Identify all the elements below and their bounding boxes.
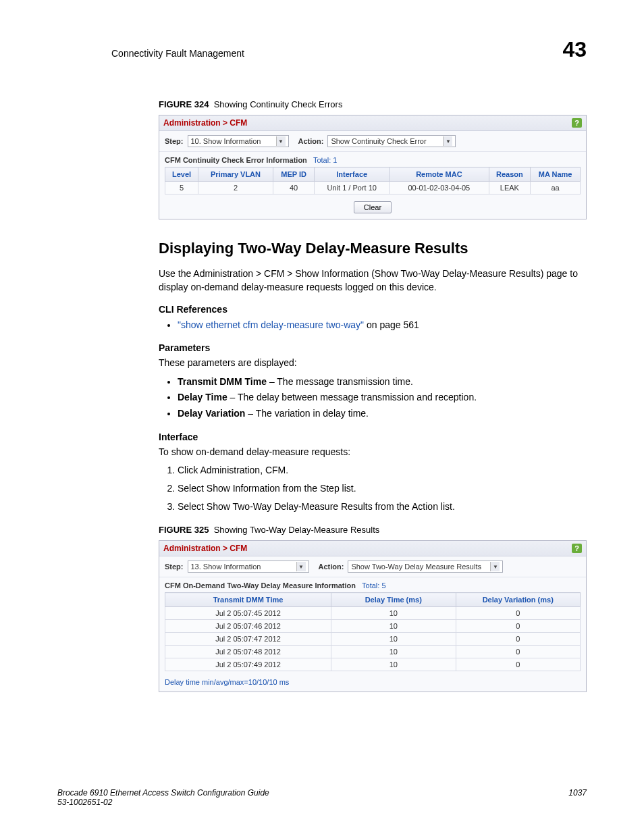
- step-item: Select Show Two-Way Delay-Measure Result…: [178, 498, 587, 516]
- cli-reference-link[interactable]: "show ethernet cfm delay-measure two-way…: [178, 319, 364, 330]
- col-interface: Interface: [315, 167, 390, 182]
- action-label: Action:: [319, 563, 344, 571]
- interface-intro: To show on-demand delay-measure requests…: [159, 445, 587, 459]
- cli-references-heading: CLI References: [159, 304, 587, 315]
- col-ma-name: MA Name: [531, 167, 581, 182]
- step-label: Step:: [165, 137, 184, 145]
- table-title: CFM On-Demand Two-Way Delay Measure Info…: [165, 581, 356, 590]
- cli-reference-item: "show ethernet cfm delay-measure two-way…: [178, 317, 587, 334]
- table-row: Jul 2 05:07:47 2012100: [165, 633, 581, 646]
- table-row: 5240 Unit 1 / Port 1000-01-02-03-04-05LE…: [165, 182, 581, 194]
- action-select[interactable]: Show Continuity Check Error▼: [327, 135, 456, 147]
- col-mep-id: MEP ID: [273, 167, 315, 182]
- help-icon[interactable]: ?: [572, 118, 582, 128]
- chevron-down-icon: ▼: [443, 136, 452, 146]
- step-item: Click Administration, CFM.: [178, 461, 587, 479]
- interface-heading: Interface: [159, 432, 587, 442]
- parameters-heading: Parameters: [159, 342, 587, 353]
- table-total: Total: 5: [362, 581, 385, 590]
- table-row: Jul 2 05:07:46 2012100: [165, 620, 581, 633]
- table-row: Jul 2 05:07:45 2012100: [165, 607, 581, 620]
- help-icon[interactable]: ?: [572, 544, 582, 553]
- param-item: Delay Time – The delay between message t…: [178, 390, 587, 406]
- table-total: Total: 1: [313, 156, 337, 164]
- step-select[interactable]: 13. Show Information▼: [188, 561, 309, 573]
- chevron-down-icon: ▼: [490, 562, 500, 571]
- chevron-down-icon: ▼: [276, 136, 286, 146]
- table-row: Jul 2 05:07:49 2012100: [165, 658, 581, 671]
- figure-324-panel: Administration > CFM ? Step: 10. Show In…: [159, 115, 587, 219]
- figure-325-panel: Administration > CFM ? Step: 13. Show In…: [159, 540, 587, 692]
- breadcrumb: Administration > CFM: [163, 544, 247, 553]
- action-label: Action:: [298, 137, 324, 145]
- col-delay-time: Delay Time (ms): [331, 593, 456, 607]
- action-select[interactable]: Show Two-Way Delay Measure Results▼: [348, 561, 503, 573]
- col-reason: Reason: [489, 167, 531, 182]
- section-intro: Use the Administration > CFM > Show Info…: [159, 267, 587, 294]
- table-title: CFM Continuity Check Error Information: [165, 156, 307, 164]
- col-primary-vlan: Primary VLAN: [198, 167, 273, 182]
- cc-error-table: Level Primary VLAN MEP ID Interface Remo…: [165, 167, 581, 194]
- step-label: Step:: [165, 563, 184, 571]
- delay-measure-table: Transmit DMM Time Delay Time (ms) Delay …: [165, 592, 581, 671]
- table-row: Jul 2 05:07:48 2012100: [165, 646, 581, 658]
- parameters-intro: These parameters are displayed:: [159, 356, 587, 369]
- col-level: Level: [165, 167, 198, 182]
- col-delay-variation: Delay Variation (ms): [456, 593, 581, 607]
- breadcrumb: Administration > CFM: [163, 118, 247, 128]
- clear-button[interactable]: Clear: [354, 201, 392, 213]
- footer-left: Brocade 6910 Ethernet Access Switch Conf…: [57, 788, 269, 807]
- figure-325-caption: FIGURE 325 Showing Two-Way Delay-Measure…: [159, 525, 587, 535]
- step-select[interactable]: 10. Show Information▼: [188, 135, 289, 147]
- page-header-title: Connectivity Fault Management: [111, 48, 244, 59]
- param-item: Delay Variation – The variation in delay…: [178, 406, 587, 422]
- param-item: Transmit DMM Time – The message transmis…: [178, 374, 587, 390]
- chevron-down-icon: ▼: [296, 562, 306, 571]
- step-item: Select Show Information from the Step li…: [178, 479, 587, 498]
- delay-summary: Delay time min/avg/max=10/10/10 ms: [159, 675, 586, 692]
- section-heading: Displaying Two-Way Delay-Measure Results: [159, 240, 587, 257]
- col-remote-mac: Remote MAC: [390, 167, 489, 182]
- chapter-number: 43: [562, 37, 587, 62]
- footer-page-number: 1037: [568, 788, 587, 807]
- col-transmit-dmm: Transmit DMM Time: [165, 593, 331, 607]
- figure-324-caption: FIGURE 324 Showing Continuity Check Erro…: [159, 99, 587, 109]
